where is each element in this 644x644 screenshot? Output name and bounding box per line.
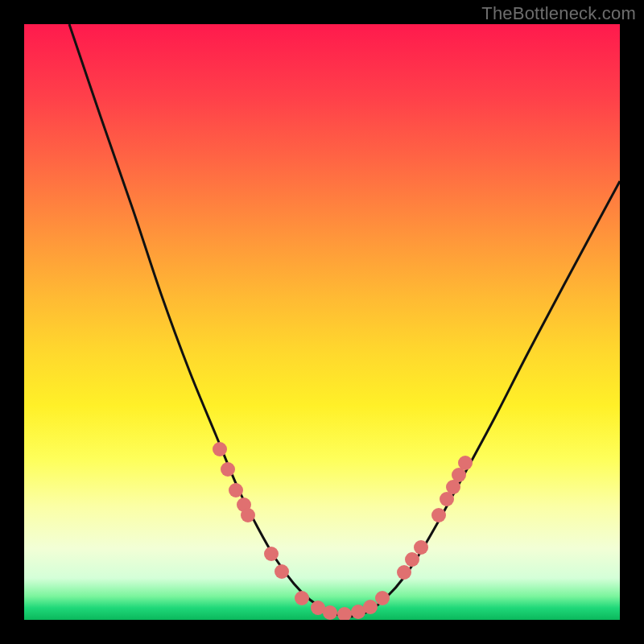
chart-plot-area bbox=[24, 24, 620, 620]
chart-svg bbox=[24, 24, 620, 620]
data-dot bbox=[221, 462, 235, 477]
data-dot bbox=[405, 552, 419, 567]
data-dot bbox=[323, 605, 337, 620]
data-dot bbox=[275, 564, 289, 579]
data-dot bbox=[397, 565, 411, 580]
data-dot bbox=[363, 600, 378, 614]
data-dot bbox=[213, 442, 227, 456]
data-dot bbox=[458, 456, 473, 470]
data-dot bbox=[375, 591, 390, 605]
data-dot bbox=[241, 508, 255, 522]
data-dot bbox=[295, 591, 309, 605]
data-dot bbox=[414, 540, 428, 555]
data-dot bbox=[337, 607, 352, 620]
watermark-text: TheBottleneck.com bbox=[481, 3, 636, 24]
data-dot bbox=[431, 508, 446, 522]
data-dot bbox=[229, 483, 243, 497]
chart-frame: TheBottleneck.com bbox=[0, 0, 644, 644]
data-dot bbox=[264, 547, 279, 561]
bottleneck-curve bbox=[69, 24, 620, 617]
